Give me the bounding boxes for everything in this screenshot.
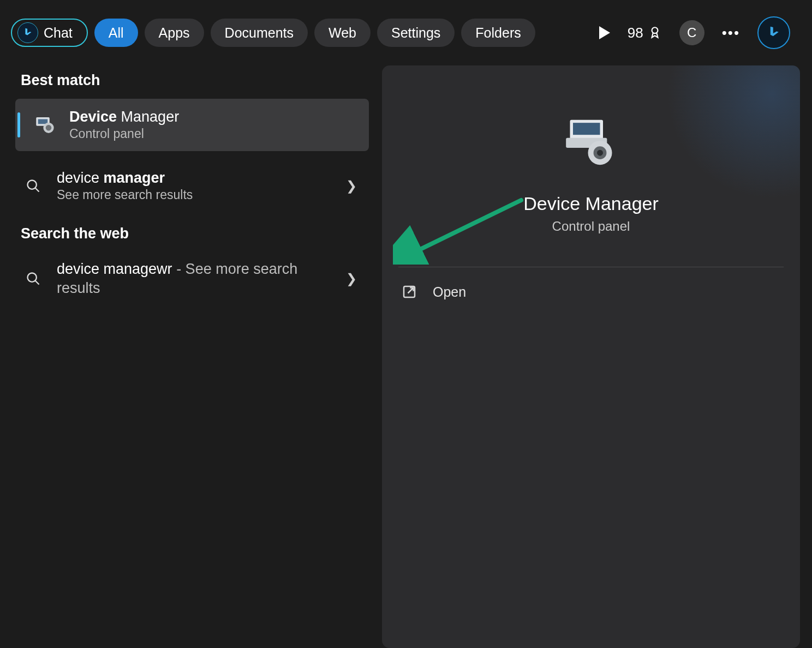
- chevron-right-icon: ❯: [346, 271, 357, 286]
- results-column: Best match Device Manager Control panel: [0, 65, 382, 648]
- rewards-points: 98: [628, 25, 643, 41]
- search-icon: [24, 177, 43, 195]
- svg-point-0: [652, 27, 658, 33]
- svg-line-6: [35, 188, 39, 192]
- user-avatar[interactable]: C: [679, 20, 704, 45]
- web-result-title: device managewr - See more search result…: [57, 260, 332, 298]
- svg-point-4: [46, 125, 52, 131]
- device-manager-large-icon: [561, 115, 621, 169]
- tab-all[interactable]: All: [94, 19, 138, 47]
- detail-title: Device Manager: [523, 193, 659, 214]
- see-more-subtitle: See more search results: [57, 188, 332, 202]
- web-result[interactable]: device managewr - See more search result…: [15, 252, 377, 305]
- chat-tab-label: Chat: [44, 25, 73, 41]
- svg-line-8: [35, 281, 39, 285]
- detail-subtitle: Control panel: [552, 219, 630, 234]
- best-match-texts: Device Manager Control panel: [69, 109, 179, 141]
- search-icon: [24, 269, 43, 288]
- rewards-medal-icon: [648, 26, 662, 40]
- svg-point-14: [597, 150, 603, 156]
- open-label: Open: [433, 284, 466, 300]
- detail-panel-wrap: Device Manager Control panel Open: [382, 65, 812, 648]
- tab-apps[interactable]: Apps: [145, 19, 204, 47]
- best-match-subtitle: Control panel: [69, 127, 179, 141]
- tab-web[interactable]: Web: [314, 19, 371, 47]
- tab-documents[interactable]: Documents: [211, 19, 308, 47]
- bing-chat-icon: [17, 22, 38, 43]
- main-area: Best match Device Manager Control panel: [0, 65, 812, 648]
- selection-accent: [17, 112, 20, 137]
- topbar-right: 98 C •••: [599, 16, 801, 49]
- best-match-result[interactable]: Device Manager Control panel: [15, 99, 369, 151]
- search-web-header: Search the web: [21, 225, 377, 242]
- play-icon[interactable]: [599, 26, 610, 39]
- svg-point-7: [28, 273, 37, 282]
- detail-panel: Device Manager Control panel Open: [382, 65, 800, 648]
- best-match-header: Best match: [21, 72, 377, 89]
- chat-tab[interactable]: Chat: [11, 19, 88, 47]
- best-match-title: Device Manager: [69, 109, 179, 125]
- tab-settings[interactable]: Settings: [377, 19, 455, 47]
- svg-rect-10: [573, 123, 600, 135]
- tab-folders[interactable]: Folders: [461, 19, 535, 47]
- see-more-title: device manager: [57, 170, 332, 187]
- svg-point-5: [28, 181, 37, 189]
- open-action[interactable]: Open: [391, 267, 791, 316]
- open-external-icon: [401, 284, 417, 300]
- see-more-result[interactable]: device manager See more search results ❯: [15, 162, 377, 210]
- more-options-icon[interactable]: •••: [722, 25, 740, 41]
- bing-icon[interactable]: [757, 16, 790, 49]
- rewards-button[interactable]: 98: [628, 25, 662, 41]
- device-manager-icon: [33, 113, 56, 136]
- panel-glow: [658, 65, 800, 207]
- chevron-right-icon: ❯: [346, 178, 357, 194]
- search-scope-tabs: Chat All Apps Documents Web Settings Fol…: [0, 0, 812, 49]
